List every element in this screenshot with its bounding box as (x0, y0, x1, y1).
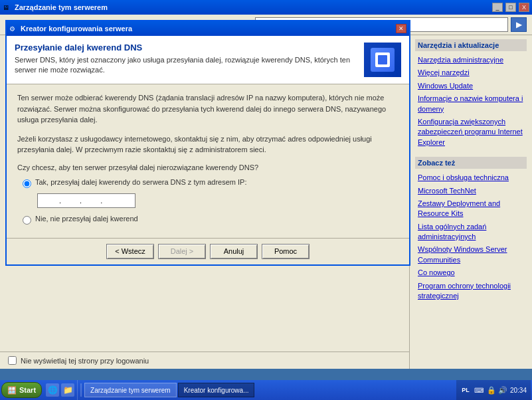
ql-folder-icon[interactable]: 📁 (61, 383, 74, 397)
sidebar-link-protection-program[interactable]: Program ochrony technologii strategiczne… (415, 280, 527, 303)
ip-segment-1[interactable] (41, 195, 59, 207)
taskbar-btn-wizard[interactable]: Kreator konfigurowa... (178, 383, 255, 397)
taskbar-wizard-label: Kreator konfigurowa... (184, 387, 249, 394)
keyboard-icon: ⌨ (474, 385, 484, 395)
next-button[interactable]: Dalej > (158, 244, 206, 259)
tools-section-title: Narzędzia i aktualizacje (415, 39, 527, 51)
dialog-titlebar: ⚙ Kreator konfigurowania serwera ✕ (7, 21, 409, 36)
radio-item-yes: Tak, przesyłaj dalej kwerendy do serwera… (23, 178, 399, 188)
sidebar-link-tasks-list[interactable]: Lista ogólnych zadań administracyjnych (415, 221, 527, 244)
ip-segment-2[interactable] (61, 195, 80, 207)
start-button[interactable]: 🪟 Start (1, 382, 42, 398)
taskbar: 🪟 Start 🌐 📁 Zarządzanie tym serwerem Kre… (0, 380, 532, 400)
dialog-header-text: Przesyłanie dalej kwerend DNS Serwer DNS… (15, 43, 356, 76)
system-tray-icons: 🔒 🔊 (487, 386, 507, 395)
search-button[interactable]: ▶ (511, 17, 527, 32)
minimize-button[interactable]: _ (492, 3, 503, 12)
clock: 20:34 (510, 387, 527, 394)
radio-yes-label: Tak, przesyłaj dalej kwerendy do serwera… (35, 178, 247, 186)
lang-text: PL (462, 387, 470, 393)
bottom-bar: Nie wyświetlaj tej strony przy logowaniu (0, 351, 409, 369)
close-button[interactable]: X (519, 3, 529, 12)
sidebar-link-ie-security[interactable]: Konfiguracja zwiększonych zabezpieczeń p… (415, 116, 527, 149)
sidebar-link-technet[interactable]: Microsoft TechNet (415, 185, 527, 197)
taskbar-right: PL ⌨ 🔒 🔊 20:34 (456, 380, 531, 400)
sidebar-link-computer-name[interactable]: Informacje o nazwie komputera i domeny (415, 92, 527, 116)
start-icon: 🪟 (7, 386, 17, 395)
ip-input-row: . . . (37, 193, 399, 208)
see-also-title: Zobacz też (415, 157, 527, 169)
ip-segment-4[interactable] (102, 195, 121, 207)
right-sidebar: Narzędzia i aktualizacje Narzędzia admin… (409, 35, 532, 369)
sidebar-link-more-tools[interactable]: Więcej narzędzi (415, 66, 527, 79)
dialog-body-text2: Jeżeli korzystasz z usługodawcy internet… (17, 134, 399, 155)
dialog-body-text1: Ten serwer może odbierać kwerendy DNS (ż… (17, 92, 399, 126)
taskbar-manage-label: Zarządzanie tym serwerem (90, 387, 171, 394)
dialog-question: Czy chcesz, aby ten serwer przesyłał dal… (17, 163, 399, 171)
dialog-footer: < Wstecz Dalej > Anuluj Pomoc (7, 238, 409, 264)
radio-no-label: Nie, nie przesyłaj dalej kwerend (35, 215, 138, 223)
cancel-button[interactable]: Anuluj (210, 244, 258, 259)
ql-ie-icon[interactable]: 🌐 (46, 383, 59, 397)
sidebar-link-communities[interactable]: Wspólnoty Windows Server Communities (415, 243, 527, 266)
ip-segment-3[interactable] (82, 195, 100, 207)
sidebar-link-admin-tools[interactable]: Narzędzia administracyjne (415, 54, 527, 66)
lang-indicator: PL (460, 385, 471, 395)
maximize-button[interactable]: □ (505, 3, 516, 12)
dialog-header-title: Przesyłanie dalej kwerend DNS (15, 43, 356, 52)
sidebar-link-help[interactable]: Pomoc i obsługa techniczna (415, 171, 527, 184)
dialog-header-icon (364, 43, 401, 77)
quick-launch: 🌐 📁 (43, 380, 78, 400)
sidebar-link-whats-new[interactable]: Co nowego (415, 266, 527, 279)
radio-group: Tak, przesyłaj dalej kwerendy do serwera… (23, 178, 399, 225)
radio-yes[interactable] (23, 179, 31, 188)
main-window-titlebar: 🖥 Zarządzanie tym serwerem _ □ X (0, 0, 532, 15)
dialog-close-button[interactable]: ✕ (396, 24, 406, 33)
dialog-header: Przesyłanie dalej kwerend DNS Serwer DNS… (7, 36, 409, 84)
sidebar-link-windows-update[interactable]: Windows Update (415, 80, 527, 92)
dialog-title: Kreator konfigurowania serwera (21, 25, 393, 33)
sidebar-link-deployment[interactable]: Zestawy Deployment and Resource Kits (415, 197, 527, 221)
radio-no[interactable] (23, 216, 31, 225)
start-label: Start (19, 386, 36, 394)
no-display-label: Nie wyświetlaj tej strony przy logowaniu (21, 357, 149, 365)
search-arrow-icon: ▶ (516, 20, 522, 29)
ip-input-field[interactable]: . . . (37, 193, 135, 208)
dialog-header-desc: Serwer DNS, który jest oznaczony jako us… (15, 55, 356, 76)
no-display-checkbox[interactable] (8, 356, 17, 365)
help-button[interactable]: Pomoc (262, 244, 310, 259)
dialog-modal: ⚙ Kreator konfigurowania serwera ✕ Przes… (5, 20, 410, 266)
main-window-title: Zarządzanie tym serwerem (15, 3, 489, 11)
dialog-body: Ten serwer może odbierać kwerendy DNS (ż… (7, 84, 409, 238)
back-button[interactable]: < Wstecz (106, 244, 154, 259)
radio-item-no: Nie, nie przesyłaj dalej kwerend (23, 215, 399, 225)
taskbar-separator (80, 383, 82, 397)
taskbar-btn-manage[interactable]: Zarządzanie tym serwerem (84, 383, 177, 397)
